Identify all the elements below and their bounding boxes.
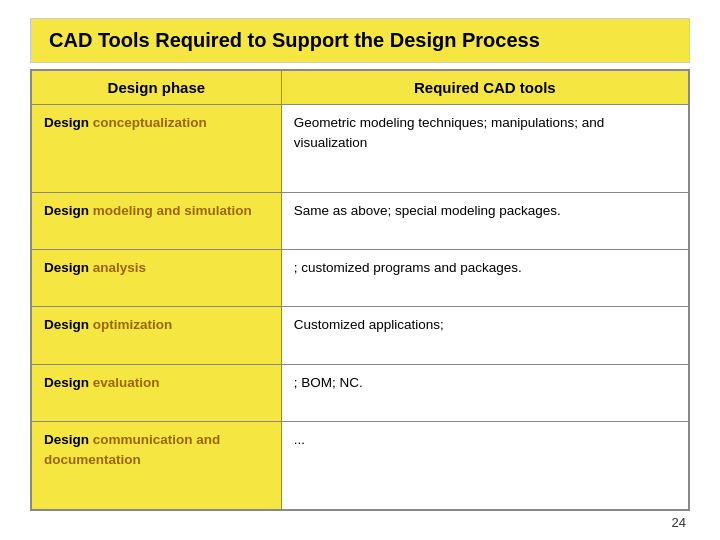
- phase-suffix: evaluation: [93, 375, 160, 390]
- phase-cell-0: Design conceptualization: [32, 105, 282, 193]
- phase-suffix: analysis: [93, 260, 146, 275]
- phase-cell-4: Design evaluation: [32, 364, 282, 421]
- slide-container: CAD Tools Required to Support the Design…: [30, 18, 690, 530]
- phase-prefix: Design: [44, 203, 89, 218]
- title-text: CAD Tools Required to Support the Design…: [49, 29, 540, 51]
- tools-cell-1: Same as above; special modeling packages…: [281, 192, 688, 249]
- table-row: Design conceptualizationGeometric modeli…: [32, 105, 689, 193]
- phase-suffix: conceptualization: [93, 115, 207, 130]
- phase-cell-5: Design communication and documentation: [32, 422, 282, 510]
- phase-cell-2: Design analysis: [32, 250, 282, 307]
- page-number: 24: [30, 511, 690, 530]
- phase-cell-1: Design modeling and simulation: [32, 192, 282, 249]
- tools-cell-4: ; BOM; NC.: [281, 364, 688, 421]
- phase-suffix: modeling and simulation: [93, 203, 252, 218]
- tools-cell-5: ...: [281, 422, 688, 510]
- phase-prefix: Design: [44, 115, 89, 130]
- table-row: Design optimizationCustomized applicatio…: [32, 307, 689, 364]
- table-row: Design modeling and simulationSame as ab…: [32, 192, 689, 249]
- phase-cell-3: Design optimization: [32, 307, 282, 364]
- slide-title: CAD Tools Required to Support the Design…: [30, 18, 690, 63]
- phase-suffix: optimization: [93, 317, 173, 332]
- table-row: Design analysis; customized programs and…: [32, 250, 689, 307]
- phase-prefix: Design: [44, 432, 89, 447]
- phase-prefix: Design: [44, 375, 89, 390]
- col1-header: Design phase: [32, 71, 282, 105]
- table-wrapper: Design phase Required CAD tools Design c…: [30, 69, 690, 511]
- phase-prefix: Design: [44, 317, 89, 332]
- phase-prefix: Design: [44, 260, 89, 275]
- tools-cell-3: Customized applications;: [281, 307, 688, 364]
- table-row: Design evaluation; BOM; NC.: [32, 364, 689, 421]
- tools-cell-2: ; customized programs and packages.: [281, 250, 688, 307]
- col2-header: Required CAD tools: [281, 71, 688, 105]
- main-table: Design phase Required CAD tools Design c…: [31, 70, 689, 510]
- tools-cell-0: Geometric modeling techniques; manipulat…: [281, 105, 688, 193]
- table-row: Design communication and documentation..…: [32, 422, 689, 510]
